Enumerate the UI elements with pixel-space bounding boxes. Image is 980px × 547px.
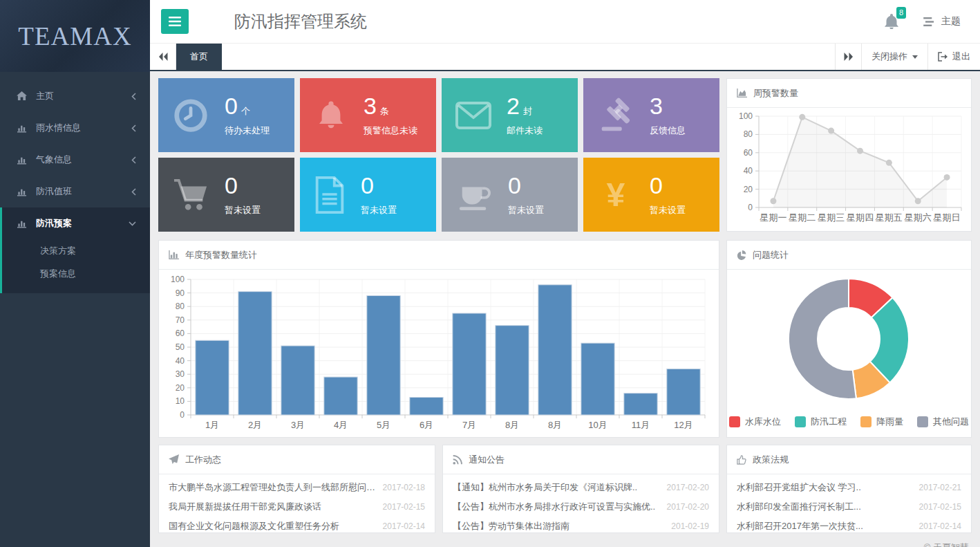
caret-down-icon — [912, 55, 918, 59]
tabbar-spacer — [222, 44, 835, 70]
svg-text:6月: 6月 — [420, 420, 433, 430]
svg-text:1月: 1月 — [205, 420, 219, 430]
svg-text:80: 80 — [744, 129, 753, 139]
news-date: 201-02-19 — [671, 521, 709, 531]
news-item[interactable]: 【公告】劳动节集体出游指南201-02-19 — [453, 517, 709, 536]
sidebar-item-home[interactable]: 主页 — [0, 80, 150, 112]
svg-text:2月: 2月 — [248, 420, 262, 430]
panel-notices: 通知公告 【通知】杭州市水务局关于印发《河道标识牌..2017-02-20 【公… — [442, 445, 719, 533]
cup-icon — [455, 178, 493, 212]
sidebar-subitem-plan-info[interactable]: 预案信息 — [2, 262, 150, 285]
stat-card-unset-3[interactable]: 0 暂未设置 — [442, 158, 578, 232]
tab-home[interactable]: 首页 — [176, 44, 222, 70]
tabs-scroll-right-button[interactable] — [835, 44, 861, 70]
card-value: 0 — [225, 94, 238, 118]
logo-text: TEAMAX — [18, 21, 131, 51]
card-label: 暂未设置 — [361, 204, 397, 216]
svg-text:70: 70 — [176, 315, 185, 325]
legend-item-rainfall[interactable]: 降雨量 — [860, 416, 903, 428]
news-item[interactable]: 水利部召开2017年第一次扶贫...2017-02-14 — [737, 517, 961, 536]
panel-header: 通知公告 — [443, 445, 719, 474]
stat-card-todo[interactable]: 0个 待办未处理 — [158, 78, 294, 152]
sidebar-nav: 主页 雨水情信息 气象信息 — [0, 72, 150, 293]
svg-text:0: 0 — [748, 203, 753, 212]
panel-title: 政策法规 — [753, 454, 789, 466]
svg-text:100: 100 — [739, 111, 753, 121]
stat-card-unset-2[interactable]: 0 暂未设置 — [300, 158, 436, 232]
news-item[interactable]: 我局开展新提拔任用干部党风廉政谈话2017-02-15 — [169, 497, 425, 517]
stat-card-unset-4[interactable]: ¥ 0 暂未设置 — [583, 158, 719, 232]
panel-header: 政策法规 — [727, 445, 971, 474]
news-title: 我局开展新提拔任用干部党风廉政谈话 — [169, 501, 321, 513]
app-root: TEAMAX 主页 雨水情信息 — [0, 0, 980, 547]
svg-text:0: 0 — [180, 410, 185, 420]
svg-text:11月: 11月 — [632, 420, 650, 430]
legend-label: 水库水位 — [745, 416, 781, 428]
svg-text:星期日: 星期日 — [934, 212, 961, 223]
panel-weekly-warnings: 周预警数量 020406080100星期一星期二星期三星期四星期五星期六星期日 — [726, 78, 972, 232]
card-value: 0 — [650, 174, 663, 197]
card-unit: 个 — [241, 105, 250, 118]
svg-text:12月: 12月 — [674, 420, 692, 430]
logo: TEAMAX — [0, 0, 150, 72]
bell-icon — [314, 97, 348, 134]
logout-button[interactable]: 退出 — [927, 44, 980, 70]
tabs-scroll-left-button[interactable] — [150, 44, 176, 70]
pie-chart-icon — [737, 250, 746, 260]
news-item[interactable]: 水利部召开党组扩大会议 学习..2017-02-21 — [737, 478, 961, 497]
bar-chart-icon — [17, 123, 28, 133]
legend-item-reservoir[interactable]: 水库水位 — [729, 416, 781, 428]
sidebar-group-flood-plan: 防汛预案 决策方案 预案信息 — [0, 207, 150, 293]
card-label: 待办未处理 — [225, 124, 270, 137]
news-item[interactable]: 【公告】杭州市水务局排水行政许可设置与实施优..2017-02-20 — [453, 497, 709, 517]
news-item[interactable]: 市大鹏半岛水源工程管理处负责人到一线部所慰问新春2017-02-18 — [169, 478, 425, 497]
theme-button[interactable]: 主题 — [919, 15, 965, 28]
sidebar-item-rainwater-info[interactable]: 雨水情信息 — [0, 112, 150, 144]
chevron-left-icon — [131, 124, 136, 132]
card-label: 邮件未读 — [507, 124, 543, 137]
stat-card-unset-1[interactable]: 0 暂未设置 — [158, 158, 294, 232]
sidebar-item-label: 雨水情信息 — [36, 122, 81, 134]
panel-title: 工作动态 — [185, 454, 221, 466]
dashboard-content: 0个 待办未处理 3条 预警信息未读 — [150, 71, 980, 547]
sidebar-item-weather-info[interactable]: 气象信息 — [0, 144, 150, 176]
stat-card-warnings[interactable]: 3条 预警信息未读 — [300, 78, 436, 152]
news-title: 国有企业文化问题根源及文化重塑任务分析 — [169, 520, 339, 532]
double-chevron-right-icon — [844, 53, 854, 61]
stat-card-feedback[interactable]: 3 反馈信息 — [583, 78, 719, 152]
legend-item-other[interactable]: 其他问题 — [917, 416, 969, 428]
close-operations-button[interactable]: 关闭操作 — [861, 44, 927, 70]
notifications-button[interactable]: 8 — [885, 14, 898, 29]
panel-header: 工作动态 — [159, 445, 435, 474]
panel-title: 周预警数量 — [753, 87, 798, 100]
menu-toggle-button[interactable] — [161, 9, 189, 34]
svg-text:40: 40 — [744, 166, 753, 176]
svg-text:20: 20 — [744, 185, 753, 194]
news-item[interactable]: 水利部印发全面推行河长制工...2017-02-15 — [737, 497, 961, 517]
sidebar-subitem-decision-plan[interactable]: 决策方案 — [2, 239, 150, 262]
stat-card-mail[interactable]: 2封 邮件未读 — [442, 78, 578, 152]
svg-text:星期一: 星期一 — [760, 212, 786, 223]
sidebar-item-label: 防汛值班 — [36, 185, 72, 198]
svg-text:60: 60 — [176, 328, 185, 338]
news-item[interactable]: 【通知】杭州市水务局关于印发《河道标识牌..2017-02-20 — [453, 478, 709, 497]
home-icon — [17, 91, 28, 101]
sidebar-item-label: 防汛预案 — [36, 217, 72, 230]
svg-text:10月: 10月 — [588, 420, 607, 430]
news-date: 2017-02-21 — [919, 483, 961, 492]
legend-label: 其他问题 — [933, 416, 969, 428]
list-icon — [923, 17, 936, 26]
card-label: 暂未设置 — [508, 204, 544, 216]
news-item[interactable]: 国有企业文化问题根源及文化重塑任务分析2017-02-14 — [169, 517, 425, 536]
card-value: 0 — [361, 174, 374, 197]
gavel-icon — [597, 97, 634, 134]
svg-text:5月: 5月 — [377, 420, 390, 430]
legend-swatch — [917, 416, 928, 427]
panel-work-news: 工作动态 市大鹏半岛水源工程管理处负责人到一线部所慰问新春2017-02-18 … — [158, 445, 435, 533]
svg-text:3月: 3月 — [291, 420, 305, 430]
notification-badge: 8 — [896, 7, 906, 19]
legend-item-flood-project[interactable]: 防汛工程 — [795, 416, 847, 428]
news-list: 市大鹏半岛水源工程管理处负责人到一线部所慰问新春2017-02-18 我局开展新… — [159, 474, 435, 536]
sidebar-item-flood-plan[interactable]: 防汛预案 — [2, 207, 150, 239]
sidebar-item-flood-duty[interactable]: 防汛值班 — [0, 176, 150, 207]
